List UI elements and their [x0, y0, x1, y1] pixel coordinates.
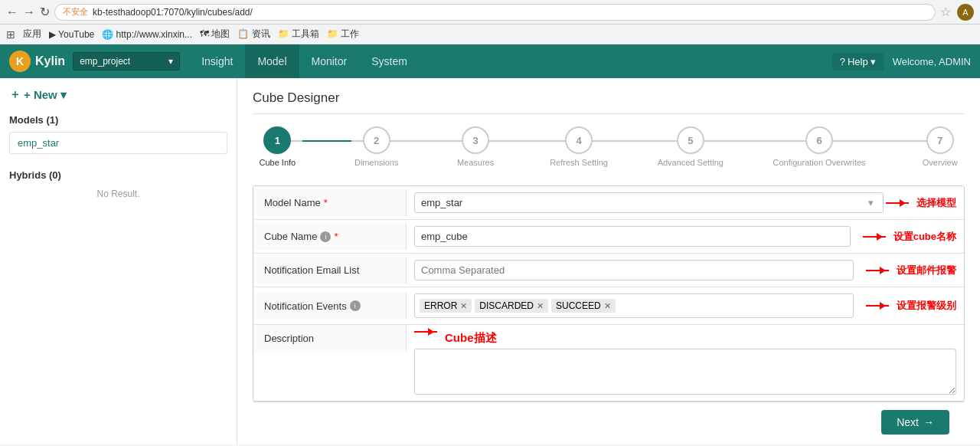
connector-1-2	[302, 140, 352, 142]
profile-avatar[interactable]: A	[957, 4, 974, 21]
plus-icon: ＋	[9, 87, 21, 102]
step-7-circle: 7	[926, 126, 954, 154]
connector-4-5	[608, 140, 658, 142]
hybrids-section: Hybrids (0) No Result.	[9, 169, 227, 199]
email-input[interactable]	[414, 260, 854, 280]
events-label: Notification Events i	[253, 293, 407, 320]
bookmark-apps[interactable]: 应用	[23, 28, 41, 41]
description-row: Description Cube描述	[253, 325, 964, 401]
app-logo: K	[9, 51, 31, 72]
nav-monitor[interactable]: Monitor	[299, 44, 360, 78]
tag-error: ERROR ✕	[420, 299, 472, 313]
model-name-row: Model Name * emp_star ▾ 选择模型	[253, 186, 964, 220]
nav-system[interactable]: System	[359, 44, 420, 78]
cube-info-form: Model Name * emp_star ▾ 选择模型	[253, 185, 965, 402]
nav-right: ? Help ▾ Welcome, ADMIN	[832, 53, 971, 71]
step-3-label: Measures	[457, 158, 494, 167]
events-annotation: 设置报警级别	[866, 299, 956, 313]
bookmarks-bar: ⊞ 应用 ▶ YouTube 🌐 http://www.xinxin... 🗺 …	[0, 25, 980, 44]
help-icon: ?	[840, 56, 845, 67]
next-button[interactable]: Next →	[881, 410, 949, 435]
tag-succeed-remove[interactable]: ✕	[604, 301, 611, 311]
step-3[interactable]: 3 Measures	[451, 126, 501, 167]
description-field: Cube描述	[407, 325, 964, 401]
bookmark-work[interactable]: 📁 工作	[327, 28, 359, 41]
events-tags-input[interactable]: ERROR ✕ DISCARDED ✕ SUCCEED ✕	[414, 294, 854, 318]
email-field: 设置邮件报警	[407, 254, 964, 287]
tag-error-remove[interactable]: ✕	[460, 301, 467, 311]
back-button[interactable]: ←	[6, 5, 18, 19]
project-selector[interactable]: emp_project ▾	[73, 52, 180, 71]
step-3-circle: 3	[462, 126, 489, 154]
bookmark-news[interactable]: 📋 资讯	[237, 28, 270, 41]
app-brand-name: Kylin	[35, 54, 65, 68]
nav-insight[interactable]: Insight	[189, 44, 245, 78]
events-info-icon[interactable]: i	[350, 300, 361, 311]
arrow-right-icon-5	[414, 331, 437, 333]
welcome-text: Welcome, ADMIN	[893, 56, 971, 67]
email-annotation: 设置邮件报警	[866, 264, 956, 277]
forward-button[interactable]: →	[23, 5, 35, 19]
cube-name-label: Cube Name i *	[253, 223, 407, 250]
cube-name-required: *	[334, 231, 338, 242]
next-arrow-icon: →	[923, 416, 934, 428]
hybrids-section-title: Hybrids (0)	[9, 169, 227, 181]
cube-name-input[interactable]	[414, 226, 851, 247]
bookmark-youtube[interactable]: ▶ YouTube	[49, 29, 94, 40]
email-row: Notification Email List 设置邮件报警	[253, 254, 964, 287]
step-7-label: Overview	[923, 158, 958, 167]
model-name-select-wrapper: emp_star ▾	[414, 192, 874, 213]
bookmark-map[interactable]: 🗺 地图	[200, 28, 230, 41]
events-row: Notification Events i ERROR ✕ DISCARDED …	[253, 287, 964, 325]
help-button[interactable]: ? Help ▾	[832, 53, 884, 71]
sidebar: ＋ + New ▾ Models (1) emp_star Hybrids (0…	[0, 78, 237, 444]
description-label: Description	[253, 325, 407, 352]
nav-model[interactable]: Model	[245, 44, 299, 78]
apps-icon[interactable]: ⊞	[6, 28, 15, 41]
model-name-select[interactable]: emp_star	[414, 192, 884, 213]
email-label: Notification Email List	[253, 257, 407, 284]
bottom-bar: Next →	[253, 402, 965, 442]
tag-discarded-remove[interactable]: ✕	[537, 301, 544, 311]
refresh-button[interactable]: ↻	[40, 5, 50, 19]
arrow-right-icon-3	[866, 270, 889, 271]
stepper: 1 Cube Info 2 Dimensions 3 Measures 4 Re…	[253, 126, 965, 167]
new-button[interactable]: ＋ + New ▾	[9, 87, 227, 102]
main-layout: ＋ + New ▾ Models (1) emp_star Hybrids (0…	[0, 78, 980, 444]
connector-5-6	[724, 140, 773, 142]
connector-6-7	[866, 140, 916, 142]
app-navbar: K Kylin emp_project ▾ Insight Model Moni…	[0, 44, 980, 78]
content-area: Cube Designer 1 Cube Info 2 Dimensions 3…	[237, 78, 980, 444]
sidebar-item-emp-star[interactable]: emp_star	[9, 132, 227, 154]
step-2[interactable]: 2 Dimensions	[351, 126, 401, 167]
model-name-label: Model Name *	[253, 189, 407, 216]
step-1-circle: 1	[263, 126, 291, 154]
model-name-annotation: 选择模型	[886, 196, 956, 210]
bookmark-star-icon[interactable]: ☆	[940, 5, 951, 19]
browser-icons: ☆ A	[940, 4, 974, 21]
step-5[interactable]: 5 Advanced Setting	[658, 126, 724, 167]
step-4[interactable]: 4 Refresh Setting	[550, 126, 608, 167]
cube-designer-title: Cube Designer	[253, 90, 965, 114]
url-bar[interactable]: 不安全 kb-testhadoop01:7070/kylin/cubes/add…	[54, 4, 936, 21]
bookmark-xinxin[interactable]: 🌐 http://www.xinxin...	[102, 29, 192, 40]
app-brand: K Kylin	[9, 51, 65, 72]
step-4-label: Refresh Setting	[550, 158, 608, 167]
models-section-title: Models (1)	[9, 114, 227, 126]
step-7[interactable]: 7 Overview	[915, 126, 965, 167]
step-1[interactable]: 1 Cube Info	[253, 126, 302, 167]
step-6[interactable]: 6 Configuration Overwrites	[773, 126, 866, 167]
bookmark-tools[interactable]: 📁 工具箱	[278, 28, 319, 41]
step-1-label: Cube Info	[259, 158, 296, 167]
new-chevron-icon: ▾	[60, 88, 67, 102]
description-textarea[interactable]	[414, 349, 956, 395]
arrow-right-icon	[886, 202, 909, 204]
description-annotation: Cube描述	[414, 331, 497, 346]
cube-name-info-icon[interactable]: i	[320, 231, 331, 242]
arrow-right-icon-2	[863, 236, 886, 238]
tag-succeed: SUCCEED ✕	[551, 299, 616, 313]
no-result-text: No Result.	[9, 189, 227, 199]
model-name-required: *	[324, 197, 328, 208]
step-5-circle: 5	[677, 126, 704, 154]
step-2-circle: 2	[363, 126, 390, 154]
